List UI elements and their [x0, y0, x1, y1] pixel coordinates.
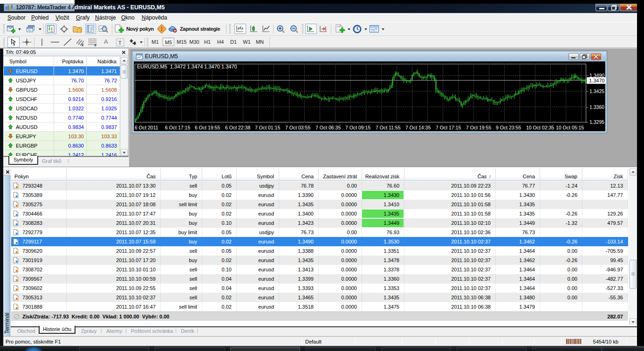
svg-text:E: E: [82, 43, 84, 47]
svg-text:T: T: [118, 40, 122, 46]
svg-text:F: F: [95, 44, 97, 47]
